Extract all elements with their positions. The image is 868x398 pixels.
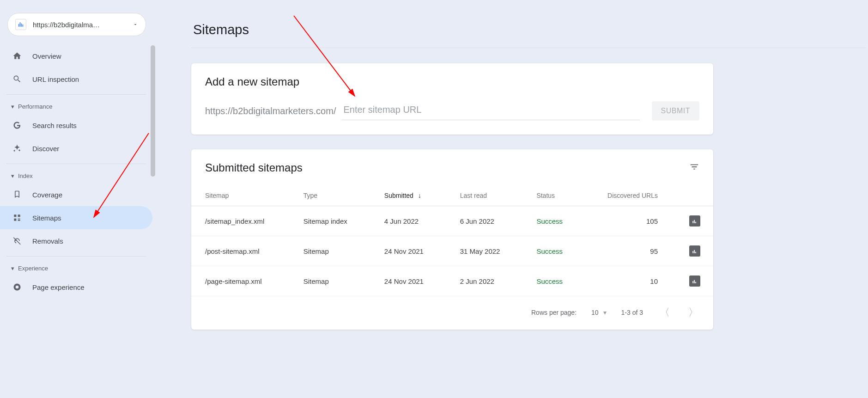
- sort-desc-icon: ↓: [418, 192, 421, 199]
- rows-per-page-label: Rows per page:: [531, 309, 577, 316]
- cell-discovered: 10: [583, 266, 672, 296]
- cell-submitted: 24 Nov 2021: [370, 266, 446, 296]
- submitted-sitemaps-title: Submitted sitemaps: [205, 161, 303, 174]
- divider: [191, 48, 866, 48]
- table-range: 1-3 of 3: [621, 309, 643, 316]
- cell-sitemap: /page-sitemap.xml: [191, 266, 290, 296]
- sidebar-item-label: Overview: [32, 52, 61, 60]
- sidebar-item-label: Removals: [32, 237, 63, 245]
- chevron-down-icon: ▾: [603, 309, 607, 316]
- table-row[interactable]: /post-sitemap.xmlSitemap24 Nov 202131 Ma…: [191, 236, 713, 266]
- sidebar-item-sitemaps[interactable]: Sitemaps: [0, 206, 152, 229]
- section-title: Index: [18, 172, 33, 179]
- sidebar-item-label: Sitemaps: [32, 214, 61, 222]
- site-logo-icon: [15, 19, 26, 30]
- col-discovered[interactable]: Discovered URLs: [583, 185, 672, 206]
- discover-icon: [11, 144, 23, 153]
- google-g-icon: [11, 121, 23, 130]
- chevron-down-icon: ▾: [11, 265, 14, 272]
- table-row[interactable]: /sitemap_index.xmlSitemap index4 Jun 202…: [191, 206, 713, 236]
- site-picker-label: https://b2bdigitalma…: [33, 21, 100, 29]
- cell-lastread: 6 Jun 2022: [446, 206, 523, 236]
- cell-lastread: 31 May 2022: [446, 236, 523, 266]
- col-submitted-label: Submitted: [384, 192, 413, 199]
- cell-status: Success: [522, 266, 583, 296]
- cell-lastread: 2 Jun 2022: [446, 266, 523, 296]
- rows-per-page-value: 10: [591, 309, 599, 316]
- sitemap-url-input[interactable]: [341, 102, 639, 120]
- chart-icon[interactable]: [689, 245, 700, 257]
- cell-discovered: 105: [583, 206, 672, 236]
- sidebar: https://b2bdigitalma… Overview URL inspe…: [0, 0, 152, 398]
- sidebar-item-coverage[interactable]: Coverage: [0, 183, 152, 206]
- col-type[interactable]: Type: [290, 185, 370, 206]
- cell-status: Success: [522, 206, 583, 236]
- filter-icon[interactable]: [689, 162, 699, 174]
- cell-action: [672, 266, 713, 296]
- cell-sitemap: /post-sitemap.xml: [191, 236, 290, 266]
- col-sitemap[interactable]: Sitemap: [191, 185, 290, 206]
- submitted-sitemaps-card: Submitted sitemaps Sitemap Type Submitte…: [191, 149, 713, 330]
- section-title: Experience: [18, 265, 48, 272]
- home-icon: [11, 51, 23, 61]
- svg-point-1: [16, 286, 19, 289]
- cell-submitted: 4 Jun 2022: [370, 206, 446, 236]
- sidebar-section-performance[interactable]: ▾ Performance: [0, 95, 152, 114]
- sidebar-section-index[interactable]: ▾ Index: [0, 164, 152, 183]
- col-submitted[interactable]: Submitted ↓: [370, 185, 446, 206]
- sitemap-url-prefix: https://b2bdigitalmarketers.com/: [205, 106, 336, 116]
- chevron-down-icon: ▾: [11, 172, 14, 179]
- sidebar-item-label: Search results: [32, 122, 77, 129]
- site-picker[interactable]: https://b2bdigitalma…: [7, 13, 146, 36]
- cell-action: [672, 206, 713, 236]
- cell-status: Success: [522, 236, 583, 266]
- add-sitemap-title: Add a new sitemap: [205, 75, 699, 88]
- col-lastread[interactable]: Last read: [446, 185, 523, 206]
- page-title: Sitemaps: [191, 0, 868, 48]
- col-status[interactable]: Status: [522, 185, 583, 206]
- add-sitemap-card: Add a new sitemap https://b2bdigitalmark…: [191, 63, 713, 135]
- scrollbar-thumb[interactable]: [151, 45, 155, 177]
- search-icon: [11, 74, 23, 84]
- chevron-down-icon: ▾: [11, 103, 14, 110]
- chart-icon[interactable]: [689, 276, 700, 287]
- sidebar-item-label: Page experience: [32, 283, 85, 291]
- main-content: Sitemaps Add a new sitemap https://b2bdi…: [191, 0, 868, 398]
- sidebar-item-overview[interactable]: Overview: [0, 44, 152, 67]
- sidebar-item-label: Coverage: [32, 191, 62, 199]
- submit-sitemap-button[interactable]: SUBMIT: [652, 101, 699, 121]
- next-page-button[interactable]: 〉: [686, 305, 700, 320]
- section-title: Performance: [18, 103, 52, 110]
- sitemaps-table: Sitemap Type Submitted ↓ Last read Statu…: [191, 185, 713, 296]
- cell-submitted: 24 Nov 2021: [370, 236, 446, 266]
- sidebar-item-removals[interactable]: Removals: [0, 229, 152, 252]
- cell-type: Sitemap: [290, 236, 370, 266]
- table-footer: Rows per page: 10 ▾ 1-3 of 3 〈 〉: [191, 296, 713, 330]
- sidebar-item-page-experience[interactable]: Page experience: [0, 276, 152, 299]
- sidebar-item-discover[interactable]: Discover: [0, 137, 152, 160]
- cell-action: [672, 236, 713, 266]
- col-action: [672, 185, 713, 206]
- sidebar-item-url-inspection[interactable]: URL inspection: [0, 67, 152, 91]
- chart-icon[interactable]: [689, 215, 700, 227]
- removals-icon: [11, 236, 23, 245]
- table-header-row: Sitemap Type Submitted ↓ Last read Statu…: [191, 185, 713, 206]
- cell-discovered: 95: [583, 236, 672, 266]
- page-experience-icon: [11, 282, 23, 292]
- cell-type: Sitemap index: [290, 206, 370, 236]
- coverage-icon: [11, 190, 23, 199]
- cell-sitemap: /sitemap_index.xml: [191, 206, 290, 236]
- sidebar-item-label: Discover: [32, 145, 59, 153]
- sitemap-icon: [11, 213, 23, 222]
- sidebar-item-label: URL inspection: [32, 75, 79, 83]
- sidebar-item-search-results[interactable]: Search results: [0, 114, 152, 137]
- table-row[interactable]: /page-sitemap.xmlSitemap24 Nov 20212 Jun…: [191, 266, 713, 296]
- sidebar-section-experience[interactable]: ▾ Experience: [0, 257, 152, 276]
- rows-per-page-select[interactable]: 10 ▾: [591, 309, 606, 316]
- chevron-down-icon: [133, 21, 138, 29]
- cell-type: Sitemap: [290, 266, 370, 296]
- prev-page-button[interactable]: 〈: [658, 305, 672, 320]
